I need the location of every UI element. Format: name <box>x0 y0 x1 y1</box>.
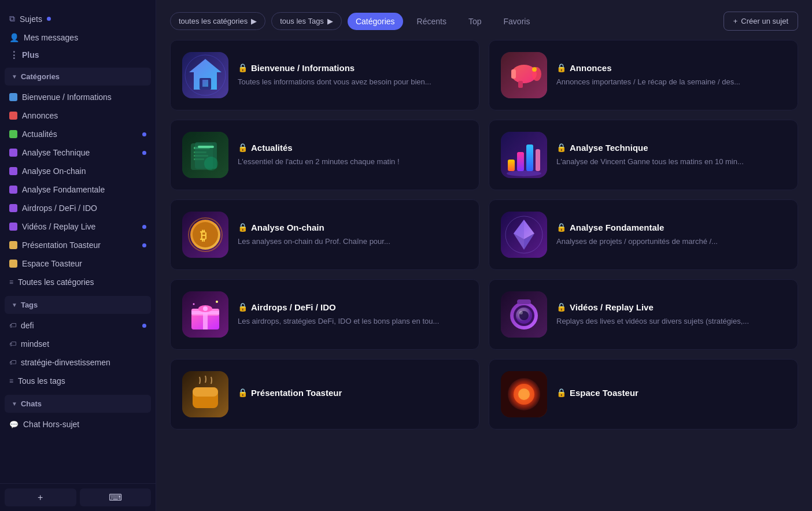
sidebar-label: Annonces <box>22 111 58 120</box>
add-button[interactable]: + <box>5 488 76 506</box>
svg-rect-18 <box>198 146 214 148</box>
sidebar-label: Actualités <box>22 129 57 139</box>
tag-icon: 🏷 <box>9 321 16 329</box>
sidebar-label: Toutes les catégories <box>18 277 94 287</box>
notification-dot <box>142 225 146 229</box>
sidebar-item-espace[interactable]: Espace Toasteur <box>0 254 156 273</box>
toolbar: toutes les catégories ▶ tous les Tags ▶ … <box>156 0 812 40</box>
category-color-icon <box>9 149 17 157</box>
notification-dot <box>142 132 146 136</box>
sidebar-item-analyse-onchain[interactable]: Analyse On-chain <box>0 162 156 180</box>
card-description: Annonces importantes / Le récap de la se… <box>556 76 786 88</box>
sidebar: ⧉ Sujets 👤 Mes messages ⋮ Plus ▼ Catégor… <box>0 0 156 511</box>
categories-filter-button[interactable]: toutes les catégories ▶ <box>170 12 265 30</box>
card-videos[interactable]: 🔒 Vidéos / Replay Live Replays des lives… <box>489 279 798 350</box>
category-color-icon <box>9 204 17 212</box>
sidebar-label: Mes messages <box>24 33 78 42</box>
card-presentation[interactable]: 🔒 Présentation Toasteur <box>170 359 479 429</box>
sidebar-item-mindset[interactable]: 🏷 mindset <box>0 335 156 353</box>
section-label: Tags <box>21 301 38 309</box>
chevron-icon: ▼ <box>12 302 17 308</box>
sidebar-item-airdrops[interactable]: Airdrops / DeFi / IDO <box>0 199 156 217</box>
card-title: 🔒 Présentation Toasteur <box>238 388 467 398</box>
svg-rect-24 <box>536 149 540 171</box>
card-analyse-fondamentale[interactable]: 🔒 Analyse Fondamentale Analyses de proje… <box>489 199 798 270</box>
sidebar-item-strategie[interactable]: 🏷 stratégie-dinvestissemen <box>0 353 156 372</box>
svg-rect-7 <box>511 69 516 79</box>
card-content: 🔒 Présentation Toasteur <box>238 388 467 401</box>
card-content: 🔒 Annonces Annonces importantes / Le réc… <box>556 63 786 88</box>
section-header-tags[interactable]: ▼ Tags <box>5 296 151 314</box>
card-analyse-onchain[interactable]: ₿ 🔒 Analyse On-chain Les analyses on-cha… <box>170 199 479 270</box>
card-annonces[interactable]: 🔒 Annonces Annonces importantes / Le réc… <box>489 40 798 110</box>
card-airdrops[interactable]: 🔒 Airdrops / DeFi / IDO Les airdrops, st… <box>170 279 479 350</box>
notification-dot <box>142 243 146 247</box>
sidebar-item-analyse-technique[interactable]: Analyse Technique <box>0 143 156 162</box>
card-title: 🔒 Airdrops / DeFi / IDO <box>238 302 467 312</box>
sidebar-label: defi <box>21 321 34 330</box>
sidebar-item-videos[interactable]: Vidéos / Replay Live <box>0 217 156 236</box>
sidebar-item-presentation[interactable]: Présentation Toasteur <box>0 236 156 254</box>
sidebar-item-chat-hors-sujet[interactable]: 💬 Chat Hors-sujet <box>0 415 156 434</box>
person-icon: 👤 <box>9 33 19 42</box>
arrow-icon: ▶ <box>327 17 333 25</box>
lock-icon: 🔒 <box>238 223 248 232</box>
arrow-icon: ▶ <box>251 17 257 25</box>
section-label: Chats <box>21 399 42 408</box>
card-content: 🔒 Analyse On-chain Les analyses on-chain… <box>238 223 467 247</box>
sidebar-item-all-categories[interactable]: ≡ Toutes les catégories <box>0 273 156 291</box>
tag-icon: 🏷 <box>9 358 16 366</box>
sidebar-item-messages[interactable]: 👤 Mes messages <box>0 28 156 47</box>
card-espace[interactable]: 🔒 Espace Toasteur <box>489 359 798 429</box>
sidebar-label: Bienvenue / Informations <box>22 92 112 102</box>
card-thumbnail-analyse-onchain: ₿ <box>182 212 228 258</box>
card-description: L'analyse de Vincent Ganne tous les mati… <box>556 156 786 168</box>
keyboard-button[interactable]: ⌨ <box>80 488 152 506</box>
svg-point-25 <box>507 171 541 176</box>
card-description: Replays des lives et vidéos sur divers s… <box>556 316 786 327</box>
lock-icon: 🔒 <box>556 143 566 152</box>
card-content: 🔒 Actualités L'essentiel de l'actu en 2 … <box>238 143 467 168</box>
plus-icon: + <box>733 17 738 25</box>
svg-point-10 <box>532 67 537 72</box>
card-actualites[interactable]: 🔒 Actualités L'essentiel de l'actu en 2 … <box>170 120 479 190</box>
sidebar-item-actualites[interactable]: Actualités <box>0 125 156 143</box>
svg-point-43 <box>203 306 208 311</box>
sidebar-item-bienvenue[interactable]: Bienvenue / Informations <box>0 88 156 106</box>
section-header-categories[interactable]: ▼ Catégories <box>5 68 151 86</box>
sidebar-item-annonces[interactable]: Annonces <box>0 106 156 125</box>
plus-label: Plus <box>22 50 39 60</box>
tags-filter-button[interactable]: tous les Tags ▶ <box>271 12 342 30</box>
sidebar-item-sujets[interactable]: ⧉ Sujets <box>0 9 156 28</box>
category-color-icon <box>9 93 17 101</box>
card-content: 🔒 Espace Toasteur <box>556 388 786 401</box>
section-header-chats[interactable]: ▼ Chats <box>5 395 151 413</box>
card-bienvenue[interactable]: 🔒 Bienvenue / Informations Toutes les in… <box>170 40 479 110</box>
svg-rect-21 <box>508 160 515 171</box>
sidebar-label: Airdrops / DeFi / IDO <box>22 203 97 213</box>
svg-rect-55 <box>193 387 218 397</box>
svg-point-51 <box>519 311 523 314</box>
lock-icon: 🔒 <box>238 388 248 397</box>
svg-point-44 <box>216 301 218 303</box>
tab-top[interactable]: Top <box>460 13 490 30</box>
sidebar-item-all-tags[interactable]: ≡ Tous les tags <box>0 372 156 390</box>
create-subject-button[interactable]: + Créer un sujet <box>724 12 798 31</box>
sidebar-item-analyse-fondamentale[interactable]: Analyse Fondamentale <box>0 180 156 199</box>
tab-categories[interactable]: Catégories <box>348 13 403 30</box>
section-label: Catégories <box>21 72 60 81</box>
cards-grid: 🔒 Bienvenue / Informations Toutes les in… <box>170 40 798 429</box>
sidebar-item-defi[interactable]: 🏷 defi <box>0 316 156 335</box>
category-color-icon <box>9 167 17 175</box>
sidebar-label: mindset <box>21 339 49 349</box>
sidebar-plus-section: ⋮ Plus <box>0 47 156 63</box>
sidebar-label: stratégie-dinvestissemen <box>21 358 110 367</box>
tab-favoris[interactable]: Favoris <box>496 13 538 30</box>
card-title: 🔒 Analyse Technique <box>556 143 786 153</box>
chevron-icon: ▼ <box>12 401 17 407</box>
card-analyse-technique[interactable]: 🔒 Analyse Technique L'analyse de Vincent… <box>489 120 798 190</box>
category-color-icon <box>9 223 17 231</box>
sidebar-label: Présentation Toasteur <box>22 240 101 250</box>
tab-recents[interactable]: Récents <box>409 13 455 30</box>
card-thumbnail-analyse-technique <box>501 132 547 178</box>
